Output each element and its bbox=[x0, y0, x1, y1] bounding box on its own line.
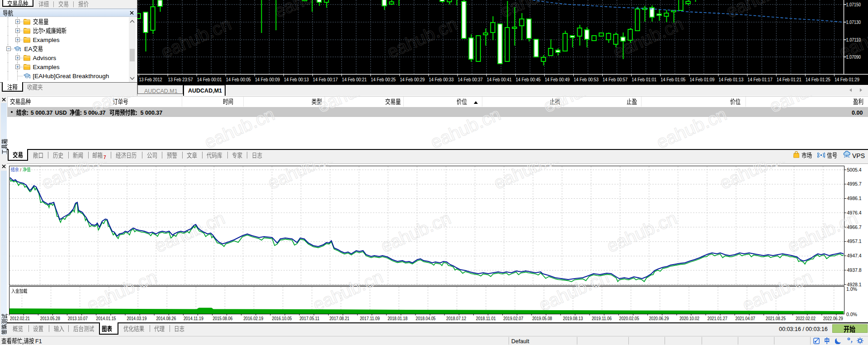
svg-text:14 Feb 00:17: 14 Feb 00:17 bbox=[313, 77, 338, 82]
svg-text:14 Feb 01:29: 14 Feb 01:29 bbox=[835, 77, 859, 82]
svg-text:eahub.cn: eahub.cn bbox=[540, 96, 616, 116]
svg-text:14 Feb 01:17: 14 Feb 01:17 bbox=[748, 77, 773, 82]
svg-text:14 Feb 01:13: 14 Feb 01:13 bbox=[719, 77, 744, 82]
svg-text:2017.08.21: 2017.08.21 bbox=[330, 316, 349, 321]
svg-text:4957.1: 4957.1 bbox=[847, 238, 862, 244]
svg-text:1.0%: 1.0% bbox=[846, 286, 857, 292]
svg-text:2017.05.11: 2017.05.11 bbox=[299, 316, 319, 321]
svg-text:2022.06.29: 2022.06.29 bbox=[823, 316, 843, 321]
svg-text:14 Feb 00:33: 14 Feb 00:33 bbox=[429, 77, 454, 82]
svg-text:14 Feb 00:37: 14 Feb 00:37 bbox=[458, 77, 483, 82]
svg-text:14 Feb 00:29: 14 Feb 00:29 bbox=[400, 77, 425, 82]
svg-text:2013.10.07: 2013.10.07 bbox=[68, 316, 88, 321]
svg-text:14 Feb 01:09: 14 Feb 01:09 bbox=[689, 77, 714, 82]
svg-text:2019.11.06: 2019.11.06 bbox=[592, 316, 612, 321]
svg-text:2019.08.13: 2019.08.13 bbox=[563, 316, 583, 321]
svg-text:13 Feb 2012: 13 Feb 2012 bbox=[139, 77, 162, 82]
svg-text:14 Feb 01:05: 14 Feb 01:05 bbox=[660, 77, 685, 82]
svg-text:2014.01.15: 2014.01.15 bbox=[96, 316, 116, 321]
svg-text:2021.04.07: 2021.04.07 bbox=[736, 316, 755, 321]
svg-text:14 Feb 00:41: 14 Feb 00:41 bbox=[487, 77, 512, 82]
svg-text:14 Feb 00:45: 14 Feb 00:45 bbox=[516, 77, 541, 82]
svg-text:5005.4: 5005.4 bbox=[847, 167, 862, 172]
svg-text:eahub.cn: eahub.cn bbox=[766, 96, 842, 116]
svg-text:1.07130: 1.07130 bbox=[846, 19, 861, 25]
svg-text:2020.06.29: 2020.06.29 bbox=[649, 316, 669, 321]
svg-text:14 Feb 00:25: 14 Feb 00:25 bbox=[371, 77, 396, 82]
svg-text:4966.7: 4966.7 bbox=[847, 224, 862, 230]
svg-text:4995.7: 4995.7 bbox=[847, 181, 862, 186]
svg-text:14 Feb 00:01: 14 Feb 00:01 bbox=[197, 77, 222, 82]
svg-text:2019.02.07: 2019.02.07 bbox=[503, 316, 523, 321]
svg-text:2017.11.09: 2017.11.09 bbox=[360, 316, 380, 321]
svg-text:14 Feb 01:21: 14 Feb 01:21 bbox=[777, 77, 802, 82]
svg-text:14 Feb 00:05: 14 Feb 00:05 bbox=[226, 77, 251, 82]
svg-text:2014.03.19: 2014.03.19 bbox=[127, 316, 146, 321]
svg-text:2012.02.21: 2012.02.21 bbox=[10, 316, 30, 321]
svg-text:4986.1: 4986.1 bbox=[847, 196, 862, 201]
svg-text:eahub.cn: eahub.cn bbox=[314, 96, 390, 116]
svg-text:14 Feb 00:09: 14 Feb 00:09 bbox=[255, 77, 280, 82]
svg-text:1.07090: 1.07090 bbox=[846, 54, 861, 60]
svg-text:14 Feb 01:01: 14 Feb 01:01 bbox=[632, 77, 656, 82]
svg-text:2018.07.12: 2018.07.12 bbox=[446, 316, 466, 321]
svg-text:14 Feb 01:25: 14 Feb 01:25 bbox=[806, 77, 830, 82]
svg-text:2022.02.02: 2022.02.02 bbox=[796, 316, 816, 321]
svg-text:eahub.cn: eahub.cn bbox=[88, 96, 164, 116]
svg-text:2014.11.19: 2014.11.19 bbox=[184, 316, 203, 321]
svg-text:eahub.cn: eahub.cn bbox=[653, 104, 729, 152]
svg-text:2016.02.19: 2016.02.19 bbox=[243, 316, 263, 321]
svg-text:2016.10.05: 2016.10.05 bbox=[272, 316, 292, 321]
svg-text:2020.02.05: 2020.02.05 bbox=[619, 316, 639, 321]
svg-text:1.07110: 1.07110 bbox=[846, 37, 861, 42]
svg-text:13 Feb 23:57: 13 Feb 23:57 bbox=[168, 77, 193, 82]
svg-text:eahub.cn: eahub.cn bbox=[427, 104, 503, 152]
svg-text:2020.10.02: 2020.10.02 bbox=[679, 316, 699, 321]
svg-text:2018.04.05: 2018.04.05 bbox=[416, 316, 436, 321]
svg-text:14 Feb 00:57: 14 Feb 00:57 bbox=[603, 77, 627, 82]
svg-text:0.0%: 0.0% bbox=[846, 312, 857, 317]
svg-text:1.07150: 1.07150 bbox=[846, 2, 861, 7]
svg-text:14 Feb 00:21: 14 Feb 00:21 bbox=[342, 77, 367, 82]
svg-text:2018.11.01: 2018.11.01 bbox=[476, 316, 496, 321]
svg-text:4937.8: 4937.8 bbox=[847, 267, 862, 273]
svg-text:2013.05.28: 2013.05.28 bbox=[40, 316, 60, 321]
svg-text:14 Feb 00:13: 14 Feb 00:13 bbox=[284, 77, 309, 82]
svg-text:2018.01.18: 2018.01.18 bbox=[387, 316, 407, 321]
svg-text:2014.08.26: 2014.08.26 bbox=[156, 316, 176, 321]
svg-text:eahub.cn: eahub.cn bbox=[201, 104, 277, 152]
svg-text:4947.4: 4947.4 bbox=[847, 253, 862, 258]
svg-text:4976.4: 4976.4 bbox=[847, 210, 862, 215]
svg-text:14 Feb 00:53: 14 Feb 00:53 bbox=[574, 77, 599, 82]
svg-text:2021.01.27: 2021.01.27 bbox=[708, 316, 727, 321]
svg-text:14 Feb 00:49: 14 Feb 00:49 bbox=[545, 77, 570, 82]
svg-text:2019.05.08: 2019.05.08 bbox=[532, 316, 552, 321]
svg-text:2015.08.06: 2015.08.06 bbox=[212, 316, 232, 321]
svg-text:2021.08.25: 2021.08.25 bbox=[766, 316, 786, 321]
